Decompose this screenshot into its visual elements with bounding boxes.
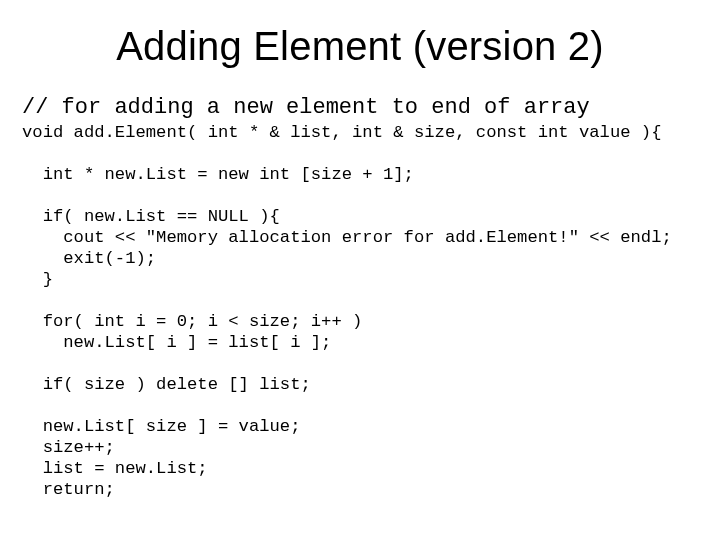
code-comment: // for adding a new element to end of ar… [22, 95, 698, 121]
slide-title: Adding Element (version 2) [22, 24, 698, 69]
code-block: void add.Element( int * & list, int & si… [22, 123, 698, 501]
slide: Adding Element (version 2) // for adding… [0, 0, 720, 540]
